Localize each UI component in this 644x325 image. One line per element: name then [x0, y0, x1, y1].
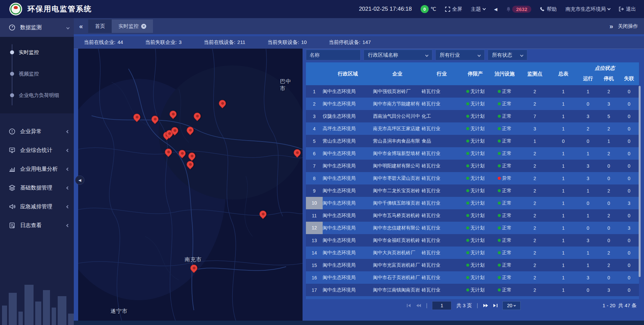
table-row[interactable]: 8阆中生态环境局阆中市枣碧大梁山页岩砖瓦行业无计划异常21300: [306, 172, 639, 184]
tabs-scroll-right-icon[interactable]: »: [608, 22, 614, 30]
status-dot-icon: [498, 288, 501, 291]
sidebar-item-log-view[interactable]: 日志查看: [0, 216, 74, 235]
status-select[interactable]: 所有状态: [488, 50, 527, 60]
close-operations-button[interactable]: 关闭操作: [618, 23, 638, 30]
row-monitor-count: 2: [521, 151, 549, 156]
sidebar-item-base-data[interactable]: 基础数据管理: [0, 178, 74, 197]
close-icon[interactable]: ✕: [141, 24, 146, 29]
row-index: 9: [306, 188, 323, 194]
first-page-icon[interactable]: [407, 304, 411, 308]
row-region: 阆中生态环境局: [323, 237, 373, 243]
row-monitor-count: 2: [521, 275, 549, 280]
help-button[interactable]: 帮助: [540, 6, 557, 12]
org-menu[interactable]: 南充市生态环境局: [566, 6, 610, 12]
row-total-count: 1: [549, 163, 578, 169]
col-region: 行政区域: [323, 71, 373, 77]
status-dot-icon: [466, 239, 469, 242]
table-row[interactable]: 13阆中生态环境局阆中市金福旺页岩机砖砖瓦行业无计划正常21300: [306, 234, 639, 247]
row-region: 高坪生态环境局: [323, 126, 373, 132]
page-number-input[interactable]: 1: [432, 301, 451, 310]
row-company: 阆中市金福旺页岩机砖: [373, 237, 422, 243]
row-lost-count: 0: [619, 188, 639, 194]
sidebar-item-data-monitoring[interactable]: 数据监测: [0, 18, 74, 37]
row-facility-status: 正常: [489, 200, 521, 206]
map-collapse-button[interactable]: ◀: [75, 175, 85, 185]
table-row[interactable]: 17阆中生态环境局阆中市江南镇阆南页岩砖瓦行业无计划正常21030: [306, 284, 639, 296]
table-row[interactable]: 11阆中生态环境局阆中市五马桥页岩机砖砖瓦行业无计划正常21120: [306, 209, 639, 222]
row-monitor-count: 2: [521, 176, 549, 181]
row-index: 17: [306, 287, 323, 293]
sidebar-item-label: 企业电力负荷明细: [19, 92, 59, 99]
row-facility-status: 正常: [489, 101, 521, 107]
table-row[interactable]: 15阆中生态环境局阆中市光富页岩机砖厂砖瓦行业无计划正常21120: [306, 259, 639, 271]
tab-home[interactable]: 首页: [88, 19, 112, 33]
table-row[interactable]: 16阆中生态环境局阆中市石子页岩机砖厂砖瓦行业无计划正常21300: [306, 271, 639, 284]
row-facility-status: 正常: [489, 225, 521, 231]
map-panel[interactable]: ◀ 巴中市南充市遂宁市: [78, 49, 303, 321]
page-size-select[interactable]: 20: [502, 301, 521, 310]
industry-select[interactable]: 所有行业: [435, 50, 485, 60]
table-row[interactable]: 3仪陇生态环境局西南油气田分公司川中化工无计划正常71350: [306, 110, 639, 122]
table-row[interactable]: 2阆中生态环境局阆中市南方节能建材有砖瓦行业无计划正常21030: [306, 98, 639, 110]
row-index: 16: [306, 275, 323, 280]
row-limit-status: 无计划: [462, 262, 489, 268]
row-total-count: 1: [549, 287, 578, 293]
table-row[interactable]: 1阆中生态环境局阆中强锐页岩砖厂砖瓦行业无计划正常21120: [306, 85, 639, 98]
table-row[interactable]: 10阆中生态环境局阆中千佛镇五郎垭页岩砖瓦行业无计划正常21003: [306, 197, 639, 209]
table-row[interactable]: 5营山生态环境局营山县润丰肉食品有限食品无计划正常10010: [306, 135, 639, 147]
status-dot-icon: [466, 177, 469, 180]
table-row[interactable]: 9阆中生态环境局阆中市二龙长宝页岩砖砖瓦行业无计划正常21120: [306, 184, 639, 197]
row-stop-count: 2: [598, 188, 619, 194]
sidebar-item-video-monitor[interactable]: 视频监控: [0, 63, 74, 85]
row-lost-count: 0: [619, 126, 639, 131]
tab-realtime-monitor[interactable]: 实时监控 ✕: [112, 19, 153, 33]
table-row[interactable]: 12阆中生态环境局阆中市忠信建材有限公砖瓦行业无计划正常21003: [306, 222, 639, 234]
table-row[interactable]: 6阆中生态环境局阆中市金博瑞新型墙材砖瓦行业无计划正常21120: [306, 147, 639, 160]
row-facility-status: 正常: [489, 138, 521, 144]
tabs-scroll-left-icon[interactable]: «: [74, 22, 88, 30]
row-industry: 砖瓦行业: [422, 188, 462, 194]
total-pages-label: 共 3 页: [456, 303, 472, 309]
row-company: 阆中市江南镇阆南页岩: [373, 287, 422, 293]
table-row[interactable]: 14阆中生态环境局阆中大兴页岩机砖厂砖瓦行业无计划正常21120: [306, 247, 639, 259]
row-region: 仪陇生态环境局: [323, 113, 373, 119]
sidebar-item-power-load-detail[interactable]: 企业电力负荷明细: [0, 85, 74, 106]
logout-button[interactable]: 退出: [619, 6, 636, 12]
sidebar-item-power-analysis[interactable]: 企业用电量分析: [0, 160, 74, 178]
row-monitor-count: 2: [521, 263, 549, 268]
row-lost-count: 0: [619, 287, 639, 293]
sidebar-item-emission-reduction[interactable]: 应急减排管理: [0, 197, 74, 216]
row-stop-count: 0: [598, 163, 619, 169]
row-industry: 砖瓦行业: [422, 163, 462, 169]
stat-offline-companies: 当前失联企业:3: [145, 39, 182, 46]
row-stop-count: 2: [598, 89, 619, 94]
table-row[interactable]: 4高坪生态环境局南充市高坪区王家店建砖瓦行业无计划正常31220: [306, 122, 639, 135]
region-select[interactable]: 行政区域名称: [364, 50, 432, 60]
row-facility-status: 正常: [489, 151, 521, 157]
row-index: 2: [306, 101, 323, 107]
name-search-input[interactable]: 名称: [306, 50, 361, 60]
map-city-label: 南充市: [185, 256, 202, 263]
table-scrollbar[interactable]: [639, 86, 641, 277]
fullscreen-button[interactable]: 全屏: [445, 6, 462, 12]
row-company: 阆中市南方节能建材有: [373, 101, 422, 107]
sound-toggle[interactable]: ◀: [494, 7, 497, 12]
phone-icon: [540, 7, 545, 11]
row-industry: 砖瓦行业: [422, 250, 462, 256]
sidebar-item-enterprise-stats[interactable]: 企业综合统计: [0, 141, 74, 160]
sidebar-item-realtime-monitor[interactable]: 实时监控: [0, 42, 74, 63]
status-dot-icon: [466, 276, 469, 279]
map-city-label: 遂宁市: [111, 308, 128, 315]
theme-menu[interactable]: 主题: [471, 6, 485, 12]
row-region: 阆中生态环境局: [323, 225, 373, 231]
notifications[interactable]: 2632: [506, 6, 531, 13]
row-run-count: 0: [578, 101, 598, 107]
sidebar-item-enterprise-abnormal[interactable]: 企业异常: [0, 122, 74, 141]
row-industry: 砖瓦行业: [422, 225, 462, 231]
tab-label: 实时监控: [118, 23, 139, 30]
next-page-icon[interactable]: [483, 304, 488, 308]
row-limit-status: 无计划: [462, 138, 489, 144]
prev-page-icon[interactable]: [416, 304, 421, 308]
last-page-icon[interactable]: [493, 304, 498, 308]
table-row[interactable]: 7阆中生态环境局阆中明阳建材有限公司砖瓦行业无计划正常21300: [306, 160, 639, 172]
